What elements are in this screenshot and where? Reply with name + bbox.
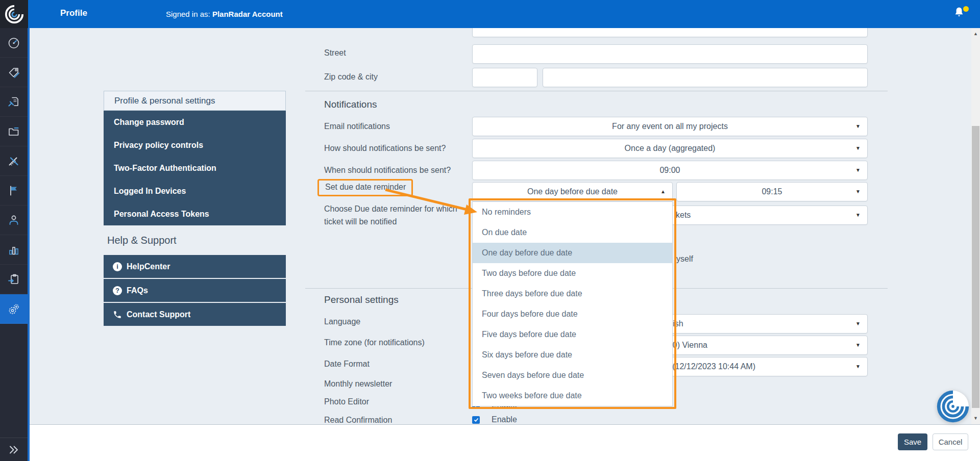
- due-date-reminder-highlight-box: Set due date reminder: [317, 179, 413, 196]
- vertical-scrollbar: [971, 28, 980, 424]
- dropdown-option-three-days-before[interactable]: Three days before due date: [473, 284, 672, 304]
- city-input[interactable]: [543, 68, 868, 87]
- folder-icon: [7, 125, 20, 138]
- flag-icon: [7, 184, 20, 197]
- sidebar-item-contacts[interactable]: [0, 206, 28, 235]
- phone-icon: [113, 310, 122, 319]
- menu-item-two-factor-authentication[interactable]: Two-Factor Authentication: [104, 157, 286, 180]
- planradar-swirl-icon: [5, 5, 24, 24]
- dropdown-option-six-days-before[interactable]: Six days before due date: [473, 345, 672, 365]
- menu-header-profile-personal-settings[interactable]: Profile & personal settings: [104, 91, 286, 111]
- when-notifications-select[interactable]: 09:00: [472, 161, 868, 180]
- clipboard-import-icon: [7, 273, 20, 286]
- tag-icon: [7, 66, 20, 79]
- sidebar-item-forms[interactable]: [0, 265, 28, 294]
- read-confirmation-checkbox-row: Enable: [472, 415, 517, 424]
- help-support-heading: Help & Support: [107, 235, 177, 246]
- choose-tickets-value-fragment: kets: [676, 206, 691, 224]
- email-notifications-select[interactable]: For any event on all my projects: [472, 117, 868, 136]
- checkmark-icon: [473, 417, 479, 423]
- due-date-reminder-label: Set due date reminder: [325, 183, 406, 191]
- notification-dot-badge: [963, 6, 969, 12]
- scrollbar-down-arrow[interactable]: [971, 415, 980, 422]
- zip-input[interactable]: [472, 68, 537, 87]
- double-chevron-right-icon: [7, 443, 20, 456]
- scrollbar-thumb[interactable]: [972, 126, 979, 408]
- dashboard-gauge-icon: [7, 36, 20, 49]
- when-notifications-value: 09:00: [659, 166, 680, 174]
- language-label: Language: [324, 317, 360, 326]
- personal-settings-heading: Personal settings: [324, 294, 399, 305]
- read-confirmation-label: Read Confirmation: [324, 416, 392, 425]
- dropdown-option-seven-days-before[interactable]: Seven days before due date: [473, 365, 672, 386]
- settings-menu: Change password Privacy policy controls …: [104, 111, 286, 225]
- document-stamp-icon: [7, 95, 20, 109]
- choose-due-date-label-line2: ticket will be notified: [324, 215, 457, 228]
- dropdown-option-two-weeks-before[interactable]: Two weeks before due date: [473, 386, 672, 406]
- how-notifications-label: How should notifications be sent?: [324, 144, 446, 153]
- date-format-label: Date Format: [324, 360, 370, 369]
- choose-due-date-label-line1: Choose Due date reminder for which: [324, 202, 457, 215]
- ruler-pencil-icon: [7, 155, 20, 168]
- due-date-reminder-select[interactable]: One day before due date: [472, 182, 673, 201]
- sidebar-item-projects[interactable]: [0, 117, 28, 146]
- signed-in-prefix: Signed in as:: [166, 10, 212, 18]
- read-confirmation-checkbox[interactable]: [472, 416, 480, 424]
- dropdown-option-two-days-before[interactable]: Two days before due date: [473, 263, 672, 284]
- street-input[interactable]: [472, 44, 868, 64]
- how-notifications-select[interactable]: Once a day (aggregated): [472, 139, 868, 158]
- menu-item-change-password[interactable]: Change password: [104, 111, 286, 134]
- bar-chart-icon: [7, 243, 20, 257]
- email-notifications-label: Email notifications: [324, 122, 390, 131]
- street-label: Street: [324, 48, 346, 58]
- dropdown-option-one-day-before[interactable]: One day before due date: [473, 243, 672, 263]
- sidebar-item-statistics[interactable]: [0, 235, 28, 265]
- page-title: Profile: [60, 8, 87, 18]
- sidebar-item-flags[interactable]: [0, 176, 28, 206]
- gears-icon: [7, 302, 20, 316]
- photo-editor-label: Photo Editor: [324, 397, 369, 406]
- zip-city-label: Zip code & city: [324, 72, 378, 82]
- question-icon: ?: [113, 286, 122, 295]
- helpcenter-label: HelpCenter: [127, 262, 170, 271]
- menu-item-helpcenter[interactable]: i HelpCenter: [104, 255, 286, 278]
- footer-bar: [0, 424, 980, 461]
- dropdown-option-five-days-before[interactable]: Five days before due date: [473, 324, 672, 345]
- scrollbar-up-arrow[interactable]: [971, 30, 980, 37]
- profile-settings-page: Profile Signed in as: PlanRadar Account: [0, 0, 980, 461]
- how-notifications-value: Once a day (aggregated): [625, 144, 716, 152]
- faqs-label: FAQs: [127, 286, 148, 295]
- sidebar-expand-button[interactable]: [0, 438, 28, 461]
- due-date-reminder-time-value: 09:15: [762, 187, 782, 196]
- due-date-reminder-time-select[interactable]: 09:15: [676, 182, 868, 201]
- dropdown-option-no-reminders[interactable]: No reminders: [473, 202, 672, 222]
- sidebar-item-dashboard[interactable]: [0, 28, 28, 58]
- due-date-reminder-value: One day before due date: [527, 187, 618, 196]
- menu-item-faqs[interactable]: ? FAQs: [104, 279, 286, 302]
- signed-in-account: PlanRadar Account: [212, 10, 283, 18]
- menu-item-privacy-policy-controls[interactable]: Privacy policy controls: [104, 134, 286, 157]
- info-icon: i: [113, 262, 122, 271]
- menu-item-personal-access-tokens[interactable]: Personal Access Tokens: [104, 202, 286, 225]
- dropdown-option-four-days-before[interactable]: Four days before due date: [473, 304, 672, 324]
- notifications-bell-button[interactable]: [952, 6, 970, 23]
- cancel-button[interactable]: Cancel: [933, 433, 968, 450]
- menu-item-logged-in-devices[interactable]: Logged In Devices: [104, 180, 286, 202]
- menu-item-contact-support[interactable]: Contact Support: [104, 303, 286, 326]
- planradar-logo-tile[interactable]: [0, 0, 28, 28]
- sidebar-item-tags[interactable]: [0, 58, 28, 87]
- signed-in-as: Signed in as: PlanRadar Account: [166, 10, 283, 18]
- sidebar-item-settings[interactable]: [0, 294, 28, 324]
- save-button[interactable]: Save: [898, 433, 927, 450]
- person-icon: [7, 214, 20, 227]
- dropdown-option-on-due-date[interactable]: On due date: [473, 222, 672, 243]
- sidebar-nav: [0, 28, 30, 461]
- read-confirmation-enable-label: Enable: [492, 415, 517, 424]
- topbar: Profile Signed in as: PlanRadar Account: [0, 0, 980, 28]
- timezone-label: Time zone (for notifications): [324, 338, 425, 347]
- choose-due-date-label: Choose Due date reminder for which ticke…: [324, 202, 457, 228]
- sidebar-item-plans[interactable]: [0, 146, 28, 176]
- monthly-newsletter-label: Monthly newsletter: [324, 379, 392, 389]
- sidebar-item-tickets[interactable]: [0, 87, 28, 117]
- section-divider: [305, 91, 888, 91]
